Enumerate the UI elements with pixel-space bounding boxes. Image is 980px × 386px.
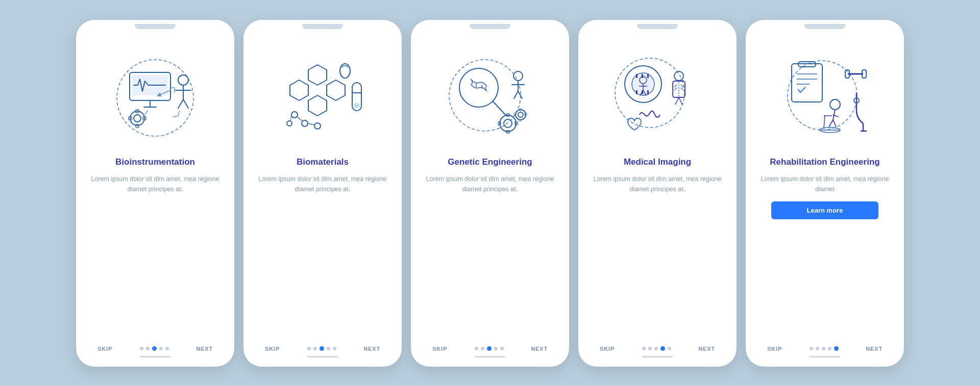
svg-line-17 — [145, 111, 148, 115]
dot-1-2 — [146, 347, 150, 350]
skip-button-3[interactable]: SKIP — [432, 346, 447, 352]
divider-1 — [140, 356, 170, 357]
phone-notch-5 — [804, 24, 845, 29]
svg-point-45 — [500, 115, 516, 132]
skip-button-5[interactable]: SKIP — [767, 346, 782, 352]
card-body-rehabilitation-engineering: Lorem ipsum dolor sit dim amet, mea regi… — [758, 174, 892, 194]
learn-more-button[interactable]: Learn more — [771, 201, 878, 219]
icon-area-biomaterials — [243, 34, 402, 157]
svg-rect-81 — [792, 64, 822, 102]
card-body-medical-imaging: Lorem ipsum dolor sit dim amet, mea regi… — [591, 174, 724, 194]
dot-2-3 — [320, 346, 324, 351]
next-button-3[interactable]: NEXT — [531, 346, 548, 352]
svg-line-96 — [824, 116, 825, 128]
svg-line-77 — [681, 88, 683, 90]
svg-marker-20 — [327, 80, 345, 100]
phone-notch-2 — [302, 24, 343, 29]
divider-5 — [810, 356, 840, 357]
dots-2 — [307, 346, 336, 351]
card-title-medical-imaging: Medical Imaging — [624, 157, 691, 168]
svg-rect-55 — [514, 113, 516, 115]
card-title-bioinstrumentation: Bioinstrumentation — [115, 157, 195, 168]
card-nav-biomaterials: SKIP NEXT — [256, 346, 389, 352]
card-content-bioinstrumentation: Bioinstrumentation Lorem ipsum dolor sit… — [76, 157, 234, 352]
card-content-genetic-engineering: Genetic Engineering Lorem ipsum dolor si… — [411, 157, 569, 352]
svg-point-26 — [291, 112, 298, 118]
dot-4-2 — [648, 347, 652, 350]
svg-line-8 — [178, 99, 183, 108]
medical-imaging-icon — [601, 39, 714, 151]
biomaterials-icon — [266, 39, 379, 151]
svg-rect-63 — [636, 90, 638, 94]
svg-marker-18 — [308, 65, 327, 85]
skip-button-2[interactable]: SKIP — [265, 346, 280, 352]
dot-3-2 — [481, 347, 484, 350]
card-nav-bioinstrumentation: SKIP NEXT — [88, 346, 222, 352]
svg-line-35 — [493, 101, 505, 115]
svg-point-89 — [830, 99, 840, 110]
dot-1-1 — [140, 347, 143, 350]
svg-point-40 — [513, 71, 523, 81]
svg-line-93 — [833, 120, 836, 127]
dots-4 — [642, 346, 671, 351]
svg-point-31 — [287, 121, 292, 126]
phone-notch-3 — [470, 24, 510, 29]
card-rehabilitation-engineering: Rehabilitation Engineering Lorem ipsum d… — [746, 20, 904, 367]
card-content-biomaterials: Biomaterials Lorem ipsum dolor sit dim a… — [243, 157, 402, 352]
svg-point-0 — [117, 60, 193, 136]
card-content-rehabilitation-engineering: Rehabilitation Engineering Lorem ipsum d… — [746, 157, 904, 352]
dot-1-5 — [165, 347, 169, 350]
divider-4 — [642, 356, 673, 357]
next-button-4[interactable]: NEXT — [698, 346, 715, 352]
card-biomaterials: Biomaterials Lorem ipsum dolor sit dim a… — [243, 20, 402, 367]
svg-point-51 — [516, 110, 526, 120]
svg-point-11 — [134, 115, 141, 122]
card-nav-genetic-engineering: SKIP NEXT — [423, 346, 557, 352]
dot-2-4 — [327, 347, 330, 350]
svg-point-27 — [302, 120, 308, 126]
svg-line-74 — [674, 85, 677, 87]
svg-rect-61 — [642, 74, 643, 78]
card-body-genetic-engineering: Lorem ipsum dolor sit dim amet, mea regi… — [423, 174, 557, 194]
cards-container: Bioinstrumentation Lorem ipsum dolor sit… — [56, 5, 924, 382]
card-title-biomaterials: Biomaterials — [297, 157, 349, 168]
dot-5-4 — [828, 347, 831, 350]
card-genetic-engineering: Genetic Engineering Lorem ipsum dolor si… — [411, 20, 569, 367]
phone-notch-1 — [135, 24, 176, 29]
icon-area-genetic-engineering — [411, 34, 569, 157]
dot-1-4 — [159, 347, 163, 350]
svg-point-25 — [354, 103, 360, 108]
svg-line-30 — [307, 123, 314, 125]
svg-point-10 — [130, 111, 144, 125]
svg-point-52 — [518, 112, 523, 117]
svg-line-75 — [674, 88, 677, 90]
dots-5 — [810, 346, 839, 351]
bioinstrumentation-icon — [99, 39, 211, 151]
phone-notch-4 — [637, 24, 678, 29]
dot-4-3 — [654, 347, 658, 350]
svg-marker-21 — [308, 95, 327, 116]
dot-5-2 — [816, 347, 819, 350]
skip-button-1[interactable]: SKIP — [97, 346, 112, 352]
svg-point-28 — [314, 123, 321, 129]
next-button-5[interactable]: NEXT — [866, 346, 883, 352]
svg-rect-65 — [647, 90, 649, 94]
dot-5-5 — [834, 346, 839, 351]
card-bioinstrumentation: Bioinstrumentation Lorem ipsum dolor sit… — [76, 20, 234, 367]
genetic-engineering-icon — [434, 39, 546, 151]
dot-5-1 — [810, 347, 813, 350]
dot-1-3 — [152, 346, 157, 351]
rehabilitation-engineering-icon — [769, 39, 881, 151]
card-body-bioinstrumentation: Lorem ipsum dolor sit dim amet, mea regi… — [88, 174, 222, 194]
dot-3-5 — [500, 347, 504, 350]
svg-point-5 — [178, 75, 188, 85]
dots-1 — [140, 346, 169, 351]
svg-marker-19 — [290, 80, 308, 100]
next-button-2[interactable]: NEXT — [363, 346, 380, 352]
svg-rect-62 — [647, 74, 649, 78]
dot-2-1 — [307, 347, 311, 350]
next-button-1[interactable]: NEXT — [196, 346, 213, 352]
svg-rect-54 — [519, 119, 521, 121]
skip-button-4[interactable]: SKIP — [600, 346, 615, 352]
svg-point-71 — [674, 71, 683, 81]
